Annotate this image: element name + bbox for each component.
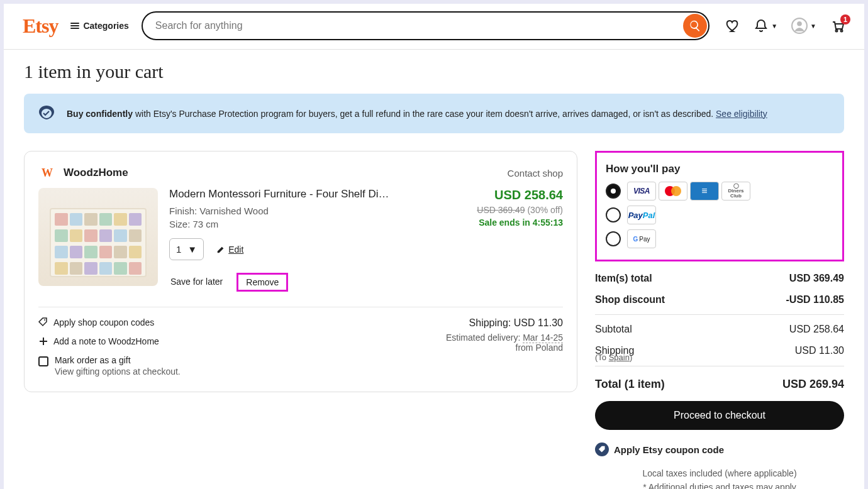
svg-point-4 [44,319,45,321]
items-total-value: USD 369.49 [789,273,844,284]
search-icon [689,19,701,32]
notifications-icon[interactable]: ▼ [754,18,777,33]
quantity-value: 1 [176,244,181,255]
save-for-later-button[interactable]: Save for later [169,273,224,292]
visa-icon: VISA [627,182,656,201]
header: Etsy Categories ▼ ▼ 1 [4,4,864,50]
gpay-icon: GPay [627,229,656,248]
chevron-down-icon: ▼ [810,23,816,30]
sale-countdown: 4:55:13 [533,217,563,228]
pay-option-card[interactable]: VISA ≡ ◯Diners Club [606,182,833,201]
item-size: Size: 73 cm [169,219,440,229]
shop-avatar[interactable]: W [38,164,56,182]
page-title: 1 item in your cart [24,61,844,82]
pay-option-gpay[interactable]: GPay [606,229,833,248]
item-discount-pct: (30% off) [527,205,563,215]
proceed-to-checkout-button[interactable]: Proceed to checkout [595,401,844,430]
search-wrap [142,11,709,40]
pp-text: with Etsy's Purchase Protection program … [133,109,716,119]
items-total-label: Item(s) total [595,273,652,284]
add-note-link[interactable]: Add a note to WoodzHome [38,336,181,346]
gift-checkbox[interactable] [38,356,48,366]
payment-method-box: How you'll pay VISA ≡ ◯Diners Club PayPa… [595,151,844,261]
pay-title: How you'll pay [606,163,833,175]
header-icons: ▼ ▼ 1 [725,18,845,34]
search-button[interactable] [683,14,707,38]
total-value: USD 269.94 [782,378,844,391]
remove-item-button[interactable]: Remove [236,273,288,292]
mastercard-icon [659,182,687,201]
subtotal-value: USD 258.64 [789,324,844,335]
search-input[interactable] [142,11,709,40]
radio-icon [606,207,621,223]
plus-icon [38,336,48,346]
categories-button[interactable]: Categories [68,17,131,35]
radio-selected-icon [606,184,621,199]
tag-icon [38,317,48,327]
subtotal-label: Subtotal [595,324,632,335]
contact-shop-link[interactable]: Contact shop [508,168,563,179]
paypal-icon: PayPal [627,206,656,224]
shop-discount-value: -USD 110.85 [786,294,845,305]
pp-bold: Buy confidently [67,109,133,119]
coupon-icon [595,442,609,456]
account-menu[interactable]: ▼ [791,18,816,34]
item-price: USD 258.64 [451,188,563,202]
pp-see-eligibility-link[interactable]: See eligibility [716,109,767,119]
chevron-down-icon: ▼ [771,23,777,30]
total-label: Total (1 item) [595,378,665,391]
shipping-value: USD 11.30 [795,345,844,356]
edit-item-link[interactable]: Edit [216,245,243,255]
item-finish: Finish: Varnished Wood [169,206,440,216]
gift-sublabel: View gifting options at checkout. [55,366,181,376]
quantity-select[interactable]: 1 ▼ [169,238,204,260]
estimated-delivery-date[interactable]: Mar 14-25 [523,332,563,343]
diners-icon: ◯Diners Club [721,182,750,201]
divider [595,366,844,366]
purchase-protection-banner: Buy confidently with Etsy's Purchase Pro… [24,94,844,133]
divider [38,307,563,307]
shop-name[interactable]: WoodzHome [64,167,128,179]
etsy-logo[interactable]: Etsy [23,14,58,38]
cart-icon[interactable]: 1 [830,18,845,33]
svg-point-1 [797,21,802,26]
favorites-icon[interactable] [725,18,740,33]
apply-etsy-coupon-link[interactable]: Apply Etsy coupon code [595,442,844,456]
cart-item-card: W WoodzHome Contact shop [24,151,577,392]
ship-from: from Poland [446,343,563,353]
ship-to-country-link[interactable]: Spain [609,353,630,362]
divider [595,314,844,315]
item-original-price: USD 369.49 [477,205,525,215]
svg-point-2 [836,30,838,32]
cart-count-badge: 1 [840,14,850,25]
order-summary: How you'll pay VISA ≡ ◯Diners Club PayPa… [595,151,844,489]
tax-notes: Local taxes included (where applicable) … [595,466,844,489]
apply-shop-coupon-link[interactable]: Apply shop coupon codes [38,317,181,327]
pencil-icon [216,245,225,254]
item-title[interactable]: Modern Montessori Furniture - Four Shelf… [169,188,389,201]
chevron-down-icon: ▼ [187,244,197,255]
svg-point-3 [841,30,843,32]
item-image[interactable] [38,188,158,286]
gift-label: Mark order as a gift [55,355,181,365]
hamburger-icon [70,21,79,30]
pay-option-paypal[interactable]: PayPal [606,206,833,224]
categories-label: Categories [83,21,128,31]
handshake-icon [36,102,57,124]
shop-discount-label: Shop discount [595,294,665,305]
amex-icon: ≡ [690,182,719,201]
shipping-cost: Shipping: USD 11.30 [446,317,563,329]
radio-icon [606,231,621,246]
duties-may-apply-link[interactable]: may apply [756,482,796,489]
